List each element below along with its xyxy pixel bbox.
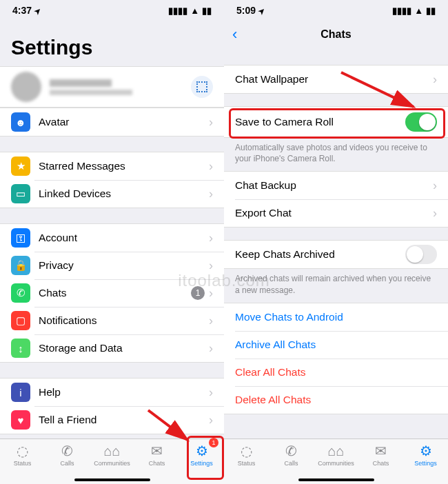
chevron-icon: ›: [433, 179, 437, 193]
signal-icon: ▮▮▮▮: [168, 6, 187, 16]
tell-friend-row[interactable]: ♥ Tell a Friend ›: [0, 406, 224, 434]
chats-row[interactable]: ✆ Chats 1 ›: [0, 279, 224, 307]
settings-screen: 4:37 ▮▮▮▮▲▮▮ Settings ☻ Avatar › ★ Starr…: [0, 0, 224, 484]
battery-icon: ▮▮: [202, 6, 212, 16]
tab-status[interactable]: ◌Status: [3, 443, 42, 484]
row-label: Tell a Friend: [39, 414, 209, 426]
back-button[interactable]: ‹: [232, 26, 237, 43]
battery-icon: ▮▮: [426, 6, 436, 16]
row-label: Avatar: [39, 116, 209, 128]
phone-icon: ✆: [61, 443, 73, 458]
status-icons: ▮▮▮▮▲▮▮: [168, 6, 212, 16]
tab-settings[interactable]: ⚙Settings: [407, 443, 445, 484]
star-icon: ★: [11, 157, 30, 176]
badge: 1: [209, 438, 218, 447]
profile-row[interactable]: [0, 66, 224, 108]
chat-backup-row[interactable]: Chat Backup ›: [224, 172, 448, 199]
wifi-icon: ▲: [190, 6, 199, 16]
export-chat-row[interactable]: Export Chat ›: [224, 199, 448, 227]
status-icon: ◌: [241, 443, 252, 458]
chevron-icon: ›: [209, 187, 213, 201]
heart-icon: ♥: [11, 410, 30, 430]
tab-settings[interactable]: ⚙Settings1: [183, 443, 221, 484]
chevron-icon: ›: [209, 385, 213, 400]
avatar-icon: ☻: [11, 112, 30, 132]
chats-badge: 1: [191, 286, 205, 300]
save-description: Automatically save photos and videos you…: [224, 138, 448, 171]
keep-archived-row[interactable]: Keep Chats Archived: [224, 241, 448, 268]
row-label: Help: [39, 386, 209, 399]
avatar-row[interactable]: ☻ Avatar ›: [0, 108, 224, 136]
help-row[interactable]: i Help ›: [0, 379, 224, 406]
qr-button[interactable]: [191, 76, 213, 98]
row-label: Privacy: [39, 259, 209, 272]
signal-icon: ▮▮▮▮: [392, 6, 411, 16]
whatsapp-icon: ✆: [11, 283, 30, 303]
status-icon: ◌: [17, 443, 28, 458]
notifications-icon: ▢: [11, 311, 30, 330]
key-icon: ⚿: [11, 228, 30, 248]
keep-toggle[interactable]: [405, 245, 437, 264]
status-bar: 5:09 ▮▮▮▮▲▮▮: [224, 0, 448, 21]
gear-icon: ⚙: [420, 443, 432, 458]
starred-messages-row[interactable]: ★ Starred Messages ›: [0, 152, 224, 180]
tab-status[interactable]: ◌Status: [227, 443, 266, 484]
phone-icon: ✆: [285, 443, 297, 458]
devices-icon: ▭: [11, 184, 30, 203]
row-label: Delete All Chats: [235, 394, 437, 406]
page-title: Settings: [0, 21, 224, 66]
save-toggle[interactable]: [405, 112, 437, 132]
qr-icon: [196, 81, 207, 92]
chats-icon: ✉: [151, 443, 163, 458]
location-icon: [34, 5, 41, 16]
clock: 5:09: [236, 5, 256, 16]
avatar: [11, 72, 41, 102]
save-camera-roll-row[interactable]: Save to Camera Roll: [224, 107, 448, 137]
chevron-icon: ›: [433, 72, 437, 87]
linked-devices-row[interactable]: ▭ Linked Devices ›: [0, 180, 224, 208]
chevron-icon: ›: [209, 413, 213, 427]
chats-icon: ✉: [375, 443, 387, 458]
chats-settings-screen: 5:09 ▮▮▮▮▲▮▮ ‹ Chats Chat Wallpaper › Sa…: [224, 0, 448, 484]
row-label: Export Chat: [235, 207, 433, 219]
move-chats-row[interactable]: Move Chats to Android: [224, 303, 448, 331]
archive-all-row[interactable]: Archive All Chats: [224, 331, 448, 359]
tab-bar: ◌Status ✆Calls ⌂⌂Communities ✉Chats ⚙Set…: [224, 438, 448, 484]
nav-bar: ‹ Chats: [224, 21, 448, 48]
chevron-icon: ›: [209, 341, 213, 356]
status-icons: ▮▮▮▮▲▮▮: [392, 6, 436, 16]
row-label: Chats: [39, 287, 191, 299]
row-label: Chat Wallpaper: [235, 73, 433, 85]
clear-all-row[interactable]: Clear All Chats: [224, 359, 448, 386]
storage-icon: ↕: [11, 339, 30, 358]
chevron-icon: ›: [209, 159, 213, 174]
tab-bar: ◌Status ✆Calls ⌂⌂Communities ✉Chats ⚙Set…: [0, 438, 224, 484]
row-label: Save to Camera Roll: [235, 116, 405, 128]
row-label: Move Chats to Android: [235, 311, 437, 323]
row-label: Linked Devices: [39, 188, 209, 200]
privacy-row[interactable]: 🔒 Privacy ›: [0, 252, 224, 279]
chevron-icon: ›: [209, 115, 213, 130]
delete-all-row[interactable]: Delete All Chats: [224, 386, 448, 414]
notifications-row[interactable]: ▢ Notifications ›: [0, 307, 224, 334]
row-label: Notifications: [39, 314, 209, 327]
location-icon: [258, 5, 265, 16]
chevron-icon: ›: [209, 314, 213, 328]
home-indicator[interactable]: [298, 478, 374, 481]
status-bar: 4:37 ▮▮▮▮▲▮▮: [0, 0, 224, 21]
row-label: Archive All Chats: [235, 339, 437, 351]
nav-title: Chats: [320, 28, 351, 41]
storage-row[interactable]: ↕ Storage and Data ›: [0, 334, 224, 362]
chevron-icon: ›: [433, 206, 437, 221]
row-label: Clear All Chats: [235, 366, 437, 379]
communities-icon: ⌂⌂: [327, 443, 344, 458]
chevron-icon: ›: [209, 231, 213, 245]
row-label: Keep Chats Archived: [235, 248, 405, 261]
lock-icon: 🔒: [11, 256, 30, 275]
wifi-icon: ▲: [414, 6, 423, 16]
info-icon: i: [11, 383, 30, 402]
account-row[interactable]: ⚿ Account ›: [0, 224, 224, 252]
chevron-icon: ›: [209, 259, 213, 273]
home-indicator[interactable]: [74, 478, 150, 481]
chat-wallpaper-row[interactable]: Chat Wallpaper ›: [224, 65, 448, 93]
